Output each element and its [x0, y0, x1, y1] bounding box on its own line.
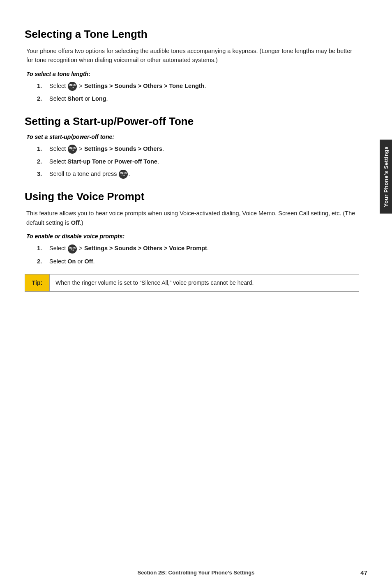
tip-label: Tip:: [25, 274, 50, 291]
step-number: 3.: [37, 169, 45, 178]
voice-prompt-procedure-label: To enable or disable voice prompts:: [25, 233, 359, 240]
footer-section-text: Section 2B: Controlling Your Phone’s Set…: [137, 570, 254, 576]
table-row: 1. Select MENUOK > Settings > Sounds > O…: [37, 244, 359, 253]
page-container: Your Phone's Settings Selecting a Tone L…: [0, 0, 392, 588]
tone-length-procedure-label: To select a tone length:: [25, 71, 359, 77]
step-number: 2.: [37, 257, 45, 266]
step-number: 1.: [37, 144, 45, 153]
step-number: 2.: [37, 157, 45, 166]
step-content: Select MENUOK > Settings > Sounds > Othe…: [49, 144, 359, 154]
step-content: Select Short or Long.: [49, 94, 359, 103]
menu-ok-icon: MENUOK: [68, 145, 77, 154]
section-heading-tone-length: Selecting a Tone Length: [25, 28, 359, 41]
menu-ok-icon: MENUOK: [68, 244, 77, 254]
table-row: 2. Select Short or Long.: [37, 94, 359, 103]
step-content: Select MENUOK > Settings > Sounds > Othe…: [49, 81, 359, 91]
startup-procedure-label: To set a start-up/power-off tone:: [25, 134, 359, 140]
table-row: 2. Select Start-up Tone or Power-off Ton…: [37, 157, 359, 166]
page-footer: Section 2B: Controlling Your Phone’s Set…: [0, 570, 392, 576]
footer-page-number: 47: [360, 569, 367, 576]
side-tab: Your Phone's Settings: [380, 140, 392, 214]
step-number: 2.: [37, 94, 45, 103]
table-row: 1. Select MENUOK > Settings > Sounds > O…: [37, 81, 359, 91]
section-heading-voice-prompt: Using the Voice Prompt: [25, 190, 359, 203]
tip-content: When the ringer volume is set to “Silenc…: [50, 274, 259, 291]
step-number: 1.: [37, 81, 45, 90]
menu-ok-icon: MENUOK: [68, 82, 77, 91]
step-content: Select Start-up Tone or Power-off Tone.: [49, 157, 359, 166]
step-content: Scroll to a tone and press MENUOK.: [49, 169, 359, 179]
table-row: 2. Select On or Off.: [37, 257, 359, 266]
voice-prompt-steps: 1. Select MENUOK > Settings > Sounds > O…: [25, 244, 359, 266]
step-content: Select MENUOK > Settings > Sounds > Othe…: [49, 244, 359, 253]
table-row: 1. Select MENUOK > Settings > Sounds > O…: [37, 144, 359, 154]
tone-length-steps: 1. Select MENUOK > Settings > Sounds > O…: [25, 81, 359, 104]
table-row: 3. Scroll to a tone and press MENUOK.: [37, 169, 359, 179]
voice-prompt-body: This feature allows you to hear voice pr…: [25, 209, 359, 227]
tone-length-body: Your phone offers two options for select…: [25, 46, 359, 65]
step-content: Select On or Off.: [49, 257, 359, 266]
section-heading-startup-tone: Setting a Start-up/Power-off Tone: [25, 115, 359, 128]
menu-ok-icon: MENUOK: [119, 170, 128, 179]
tip-box: Tip: When the ringer volume is set to “S…: [25, 274, 359, 292]
step-number: 1.: [37, 244, 45, 253]
startup-steps: 1. Select MENUOK > Settings > Sounds > O…: [25, 144, 359, 179]
